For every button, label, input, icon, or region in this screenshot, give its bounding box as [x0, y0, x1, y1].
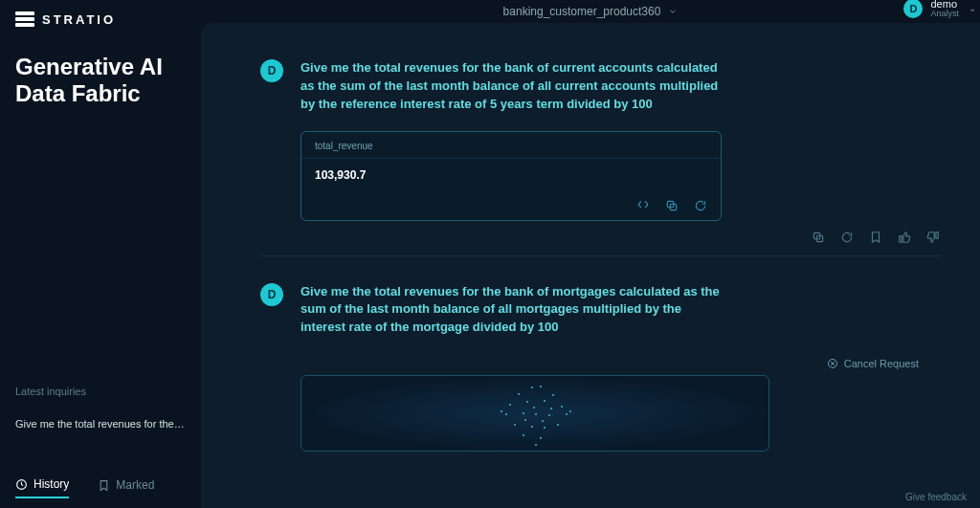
main-panel: banking_customer_product360 D demo Analy…: [201, 23, 980, 508]
refresh-icon[interactable]: [694, 199, 707, 212]
user-menu[interactable]: D demo Analyst ⌄: [903, 0, 976, 19]
tab-history[interactable]: History: [15, 477, 69, 498]
copy-icon[interactable]: [665, 199, 679, 212]
user-avatar: D: [903, 0, 923, 18]
thumbs-down-icon[interactable]: [926, 231, 940, 244]
brand-text: STRATIO: [42, 12, 116, 27]
bookmark-icon: [98, 479, 110, 492]
logo-mark-icon: [15, 11, 34, 27]
message-actions: [260, 231, 940, 244]
message-text: Give me the total revenues for the bank …: [301, 59, 722, 114]
code-icon[interactable]: [636, 199, 650, 212]
loading-card: [301, 375, 769, 452]
page-title: Generative AI Data Fabric: [15, 54, 186, 106]
tab-marked-label: Marked: [116, 478, 154, 492]
cancel-icon: [827, 358, 838, 369]
divider: [260, 255, 942, 256]
inquiry-list-item[interactable]: Give me the total revenues for the b...: [15, 418, 186, 430]
loading-animation-icon: [492, 380, 578, 447]
copy-icon[interactable]: [812, 231, 825, 244]
chevron-down-icon: ⌄: [969, 3, 976, 13]
bookmark-icon[interactable]: [869, 231, 882, 244]
message-avatar: D: [260, 59, 283, 82]
result-column-header: total_revenue: [301, 132, 721, 159]
result-value: 103,930.7: [301, 159, 721, 193]
sidebar-tabs: History Marked: [15, 477, 186, 508]
thumbs-up-icon[interactable]: [898, 231, 911, 244]
message-text: Give me the total revenues for the bank …: [301, 283, 722, 338]
cancel-request-button[interactable]: Cancel Request: [260, 358, 919, 369]
user-role: Analyst: [930, 10, 959, 19]
retry-icon[interactable]: [840, 231, 854, 244]
clock-icon: [15, 478, 28, 491]
user-message: D Give me the total revenues for the ban…: [260, 283, 942, 338]
cancel-request-label: Cancel Request: [844, 358, 919, 369]
user-message: D Give me the total revenues for the ban…: [260, 59, 942, 114]
result-card: total_revenue 103,930.7: [301, 131, 722, 221]
give-feedback-link[interactable]: Give feedback: [905, 492, 967, 502]
tab-marked[interactable]: Marked: [98, 477, 154, 498]
message-avatar: D: [260, 283, 283, 306]
brand-logo: STRATIO: [15, 11, 186, 27]
latest-inquiries-label: Latest inquiries: [15, 386, 186, 397]
project-selector[interactable]: banking_customer_product360: [503, 5, 679, 18]
project-name: banking_customer_product360: [503, 5, 661, 18]
chevron-down-icon: [668, 7, 678, 16]
tab-history-label: History: [33, 477, 69, 491]
sidebar: STRATIO Generative AI Data Fabric Latest…: [0, 0, 201, 508]
